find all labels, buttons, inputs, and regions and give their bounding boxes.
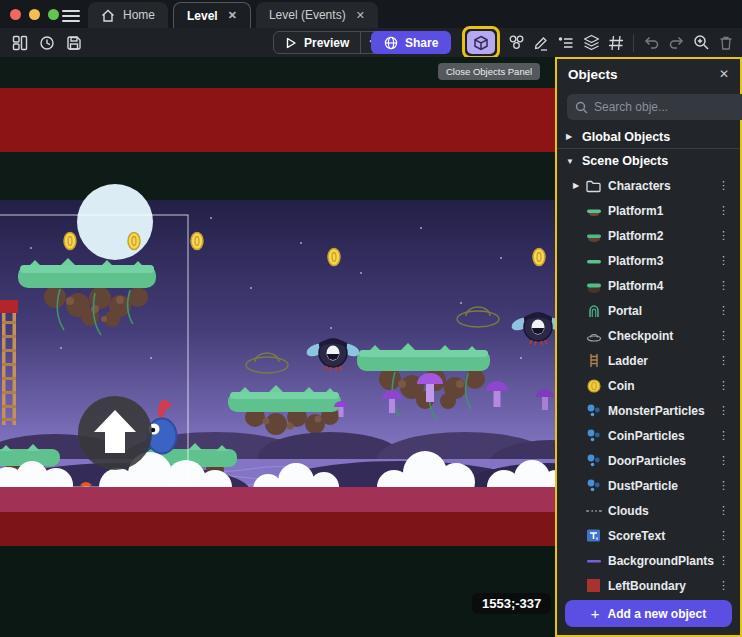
object-search-input[interactable] — [594, 100, 742, 114]
object-row-coinparticles[interactable]: CoinParticles⋮ — [557, 423, 740, 448]
object-label: Platform2 — [608, 229, 715, 243]
layers-icon[interactable] — [579, 31, 603, 55]
panel-layout-icon[interactable] — [8, 31, 32, 55]
undo-icon[interactable] — [639, 31, 663, 55]
object-row-platform2[interactable]: Platform2⋮ — [557, 223, 740, 248]
globe-icon — [384, 36, 398, 50]
scene-mid-strip — [0, 152, 557, 200]
jump-arrow-control[interactable] — [78, 396, 152, 470]
object-label: DoorParticles — [608, 454, 715, 468]
ladder-icon — [585, 352, 602, 369]
tab-home[interactable]: Home — [88, 2, 168, 28]
object-menu-button[interactable]: ⋮ — [715, 204, 732, 217]
tab-label: Level (Events) — [269, 8, 346, 22]
object-label: Platform1 — [608, 204, 715, 218]
particles-icon — [585, 402, 602, 419]
object-menu-button[interactable]: ⋮ — [715, 529, 732, 542]
group-scene-objects[interactable]: ▼ Scene Objects — [557, 149, 740, 173]
object-menu-button[interactable]: ⋮ — [715, 179, 732, 192]
object-row-monsterparticles[interactable]: MonsterParticles⋮ — [557, 398, 740, 423]
moon[interactable] — [77, 184, 153, 260]
dashes-icon — [585, 502, 602, 519]
object-menu-button[interactable]: ⋮ — [715, 354, 732, 367]
object-label: MonsterParticles — [608, 404, 715, 418]
object-row-scoretext[interactable]: ScoreText⋮ — [557, 523, 740, 548]
object-label: Coin — [608, 379, 715, 393]
object-menu-button[interactable]: ⋮ — [715, 304, 732, 317]
tab-strip: HomeLevel✕Level (Events)✕ — [88, 2, 378, 28]
object-menu-button[interactable]: ⋮ — [715, 429, 732, 442]
object-search-box[interactable] — [567, 94, 742, 120]
object-menu-button[interactable]: ⋮ — [715, 554, 732, 567]
search-icon — [575, 101, 588, 114]
object-row-doorparticles[interactable]: DoorParticles⋮ — [557, 448, 740, 473]
object-row-platform4[interactable]: Platform4⋮ — [557, 273, 740, 298]
save-icon[interactable] — [62, 31, 86, 55]
object-row-leftboundary[interactable]: LeftBoundary⋮ — [557, 573, 740, 594]
object-menu-button[interactable]: ⋮ — [715, 404, 732, 417]
pencil-icon[interactable] — [529, 31, 553, 55]
history-icon[interactable] — [35, 31, 59, 55]
object-list: ▶Characters⋮Platform1⋮Platform2⋮Platform… — [557, 173, 740, 594]
object-row-portal[interactable]: Portal⋮ — [557, 298, 740, 323]
objects-panel-header: Objects ✕ — [557, 59, 740, 89]
platform4-icon — [585, 277, 602, 294]
object-label: LeftBoundary — [608, 579, 715, 593]
object-row-clouds[interactable]: Clouds⋮ — [557, 498, 740, 523]
portal-icon — [585, 302, 602, 319]
platform1-icon — [585, 202, 602, 219]
object-row-coin[interactable]: Coin⋮ — [557, 373, 740, 398]
maximize-window-button[interactable] — [48, 9, 59, 20]
objects-panel-toggle-button[interactable] — [467, 31, 495, 54]
toolbar: Preview Share — [0, 28, 742, 57]
group-global-objects[interactable]: ▶ Global Objects — [557, 125, 740, 149]
object-row-platform1[interactable]: Platform1⋮ — [557, 198, 740, 223]
redo-icon[interactable] — [664, 31, 688, 55]
minimize-window-button[interactable] — [29, 9, 40, 20]
bottom-red-bar — [0, 512, 557, 546]
object-row-characters[interactable]: ▶Characters⋮ — [557, 173, 740, 198]
particles-icon — [585, 477, 602, 494]
chevron-right-icon[interactable]: ▶ — [573, 181, 585, 190]
instances-icon[interactable] — [504, 31, 528, 55]
particles-icon — [585, 452, 602, 469]
preview-label: Preview — [304, 36, 349, 50]
object-properties-icon[interactable] — [554, 31, 578, 55]
close-tab-icon[interactable]: ✕ — [226, 9, 237, 22]
object-menu-button[interactable]: ⋮ — [715, 329, 732, 342]
grid-icon[interactable] — [604, 31, 628, 55]
object-row-checkpoint[interactable]: Checkpoint⋮ — [557, 323, 740, 348]
object-row-ladder[interactable]: Ladder⋮ — [557, 348, 740, 373]
window-controls — [10, 9, 59, 20]
folder-icon — [585, 177, 602, 194]
scene-render[interactable] — [0, 57, 557, 637]
platform2-icon — [585, 227, 602, 244]
object-menu-button[interactable]: ⋮ — [715, 279, 732, 292]
add-object-row: + Add a new object — [557, 594, 740, 635]
objects-panel: Objects ✕ ▶ Global Objects ▼ Scene Objec… — [555, 57, 742, 637]
chevron-down-icon: ▼ — [566, 157, 575, 166]
object-row-dustparticle[interactable]: DustParticle⋮ — [557, 473, 740, 498]
object-menu-button[interactable]: ⋮ — [715, 454, 732, 467]
share-button[interactable]: Share — [371, 31, 451, 54]
close-window-button[interactable] — [10, 9, 21, 20]
scene-editor-canvas[interactable]: 1553;-337 Close Objects Panel — [0, 57, 557, 637]
tab-level[interactable]: Level✕ — [173, 2, 251, 28]
object-menu-button[interactable]: ⋮ — [715, 379, 732, 392]
object-menu-button[interactable]: ⋮ — [715, 504, 732, 517]
object-label: Portal — [608, 304, 715, 318]
object-row-platform3[interactable]: Platform3⋮ — [557, 248, 740, 273]
trash-icon[interactable] — [714, 31, 738, 55]
object-menu-button[interactable]: ⋮ — [715, 479, 732, 492]
coin-icon — [585, 377, 602, 394]
add-new-object-button[interactable]: + Add a new object — [565, 600, 732, 627]
close-tab-icon[interactable]: ✕ — [354, 9, 365, 22]
object-row-backgroundplants[interactable]: BackgroundPlants⋮ — [557, 548, 740, 573]
close-panel-icon[interactable]: ✕ — [719, 67, 729, 81]
tab-level-events-[interactable]: Level (Events)✕ — [256, 2, 378, 28]
object-menu-button[interactable]: ⋮ — [715, 254, 732, 267]
object-menu-button[interactable]: ⋮ — [715, 579, 732, 592]
object-menu-button[interactable]: ⋮ — [715, 229, 732, 242]
menu-icon[interactable] — [62, 7, 80, 21]
zoom-in-icon[interactable] — [689, 31, 713, 55]
